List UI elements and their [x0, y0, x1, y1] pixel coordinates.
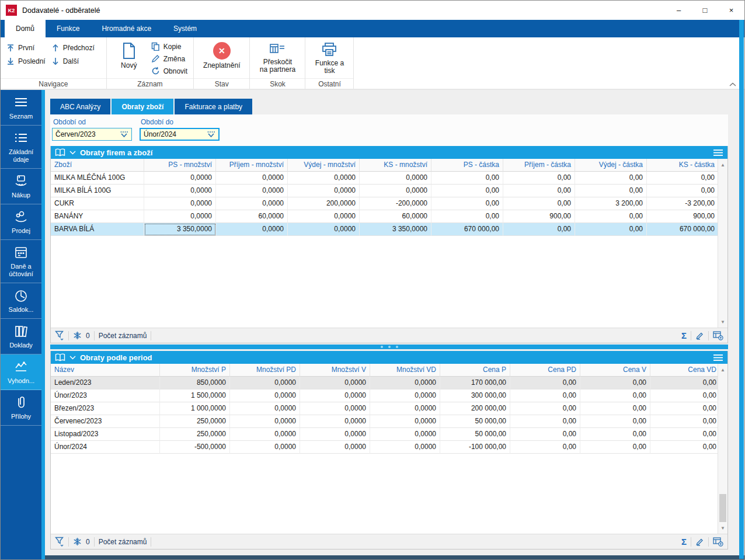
collapse-ribbon-button[interactable] [729, 82, 736, 87]
table-cell[interactable]: 0,0000 [288, 172, 360, 185]
dropdown-icon[interactable] [120, 131, 128, 138]
table-cell[interactable]: 0,0000 [300, 377, 370, 389]
sidebar-item-sale[interactable]: Prodej [1, 204, 41, 240]
table-cell[interactable]: 0,0000 [300, 441, 370, 454]
sidebar-item-purchase[interactable]: Nákup [1, 169, 41, 204]
last-button[interactable]: Poslední [6, 57, 46, 65]
table-cell[interactable]: 0,00 [575, 185, 647, 197]
column-header[interactable]: Příjem - částka [503, 159, 575, 172]
table-cell[interactable]: 0,0000 [288, 223, 360, 236]
column-header[interactable]: Výdej - množství [288, 159, 360, 172]
table-cell[interactable]: 0,0000 [230, 377, 300, 389]
column-header[interactable]: KS - částka [647, 159, 719, 172]
table-cell[interactable]: 3 350,0000 [144, 223, 216, 236]
period-from-combobox[interactable]: Červen/2023 [52, 128, 132, 141]
table-row[interactable]: Červenec/2023250,00000,00000,00000,00005… [51, 415, 727, 428]
column-header[interactable]: Příjem - množství [216, 159, 288, 172]
table-cell[interactable]: 0,00 [650, 415, 720, 428]
maximize-button[interactable]: □ [692, 1, 718, 20]
sidebar-item-balance[interactable]: Saldok... [1, 283, 41, 319]
table-cell[interactable]: 0,0000 [216, 223, 288, 236]
ribbon-tab-hromadne-akce[interactable]: Hromadné akce [90, 20, 162, 37]
table-cell[interactable]: 0,0000 [216, 185, 288, 197]
column-header[interactable]: Zboží [51, 159, 144, 172]
table-cell[interactable]: 250,0000 [160, 415, 230, 428]
table-cell[interactable]: 60,0000 [360, 210, 431, 223]
table-cell[interactable]: 0,00 [650, 402, 720, 415]
panel-splitter[interactable] [50, 343, 728, 351]
table-cell[interactable]: 0,00 [580, 428, 650, 441]
table-cell[interactable]: 0,0000 [144, 172, 216, 185]
table-cell[interactable]: 0,0000 [230, 389, 300, 402]
vertical-scrollbar[interactable]: ▲ ▼ [718, 364, 727, 534]
previous-button[interactable]: Předchozí [51, 44, 95, 52]
table-row[interactable]: MILKA BÍLÁ 100G0,00000,00000,00000,00000… [51, 185, 727, 197]
table-row[interactable]: BANÁNY0,000060,00000,000060,00000,00900,… [51, 210, 727, 223]
table-cell[interactable]: 0,00 [580, 389, 650, 402]
table-cell[interactable]: 0,0000 [288, 210, 360, 223]
table-cell[interactable]: 0,0000 [360, 185, 431, 197]
table-cell[interactable]: 0,00 [431, 185, 503, 197]
panel-menu-icon[interactable] [713, 149, 723, 156]
table-cell[interactable]: 0,00 [575, 223, 647, 236]
table-cell[interactable]: 0,00 [647, 185, 719, 197]
table-row[interactable]: MILKA MLÉČNÁ 100G0,00000,00000,00000,000… [51, 172, 727, 185]
table-cell[interactable]: 0,00 [431, 172, 503, 185]
ribbon-tab-funkce[interactable]: Funkce [46, 20, 90, 37]
table-cell[interactable]: 0,0000 [300, 415, 370, 428]
table-cell[interactable]: 0,00 [580, 402, 650, 415]
table-cell[interactable]: 0,00 [650, 389, 720, 402]
edit-pencil-icon[interactable] [695, 331, 704, 340]
table-cell[interactable]: 0,0000 [300, 389, 370, 402]
table-cell[interactable]: 0,00 [503, 185, 575, 197]
jump-to-partner-button[interactable]: Přeskočit na partnera [256, 41, 299, 75]
related-records-icon[interactable] [73, 537, 82, 546]
ribbon-tab-domu[interactable]: Domů [5, 20, 46, 37]
scrollbar-thumb[interactable] [719, 494, 726, 522]
dropdown-icon[interactable] [207, 131, 215, 138]
table-cell[interactable]: 1 500,0000 [160, 389, 230, 402]
next-button[interactable]: Další [51, 57, 95, 65]
edit-pencil-icon[interactable] [695, 537, 704, 546]
table-cell[interactable]: 0,0000 [144, 210, 216, 223]
section-header[interactable]: Obraty podle period [51, 351, 727, 364]
table-cell[interactable]: Únor/2024 [51, 441, 160, 454]
table-cell[interactable]: 0,0000 [370, 377, 440, 389]
ribbon-tab-system[interactable]: Systém [162, 20, 208, 37]
table-cell[interactable]: 0,0000 [370, 389, 440, 402]
scroll-down-icon[interactable]: ▼ [718, 523, 727, 533]
table-cell[interactable]: 0,00 [510, 415, 580, 428]
column-header[interactable]: PS - částka [431, 159, 503, 172]
invalidate-button[interactable]: ✕ Zneplatnění [200, 41, 243, 71]
sidebar-item-list[interactable]: Základní údaje [1, 126, 41, 169]
table-row[interactable]: Únor/20231 500,00000,00000,00000,0000300… [51, 389, 727, 402]
table-cell[interactable]: MILKA MLÉČNÁ 100G [51, 172, 144, 185]
table-cell[interactable]: 3 200,00 [575, 197, 647, 210]
first-button[interactable]: První [6, 44, 46, 52]
sidebar-item-documents[interactable]: Doklady [1, 319, 41, 354]
table-cell[interactable]: 0,00 [510, 389, 580, 402]
table-cell[interactable]: 0,0000 [230, 402, 300, 415]
print-functions-button[interactable]: Funkce a tisk [311, 41, 347, 76]
table-cell[interactable]: 0,0000 [288, 185, 360, 197]
table-cell[interactable]: 670 000,00 [647, 223, 719, 236]
table-cell[interactable]: 0,00 [510, 428, 580, 441]
column-header[interactable]: Množství P [160, 364, 230, 377]
table-cell[interactable]: 0,00 [580, 415, 650, 428]
table-cell[interactable]: 1 000,0000 [160, 402, 230, 415]
table-cell[interactable]: Leden/2023 [51, 377, 160, 389]
table-cell[interactable]: 0,0000 [370, 428, 440, 441]
table-cell[interactable]: 0,00 [575, 172, 647, 185]
table-cell[interactable]: 900,00 [647, 210, 719, 223]
table-cell[interactable]: 0,00 [510, 441, 580, 454]
table-cell[interactable]: 0,0000 [360, 172, 431, 185]
table-cell[interactable]: 0,0000 [230, 415, 300, 428]
table-cell[interactable]: 0,0000 [216, 197, 288, 210]
column-header[interactable]: Cena VD [650, 364, 720, 377]
filter-icon[interactable] [55, 537, 64, 547]
table-cell[interactable]: 0,00 [650, 441, 720, 454]
related-records-icon[interactable] [73, 331, 82, 340]
column-header[interactable]: Cena PD [510, 364, 580, 377]
table-row[interactable]: Listopad/2023250,00000,00000,00000,00005… [51, 428, 727, 441]
table-cell[interactable]: 0,0000 [230, 428, 300, 441]
